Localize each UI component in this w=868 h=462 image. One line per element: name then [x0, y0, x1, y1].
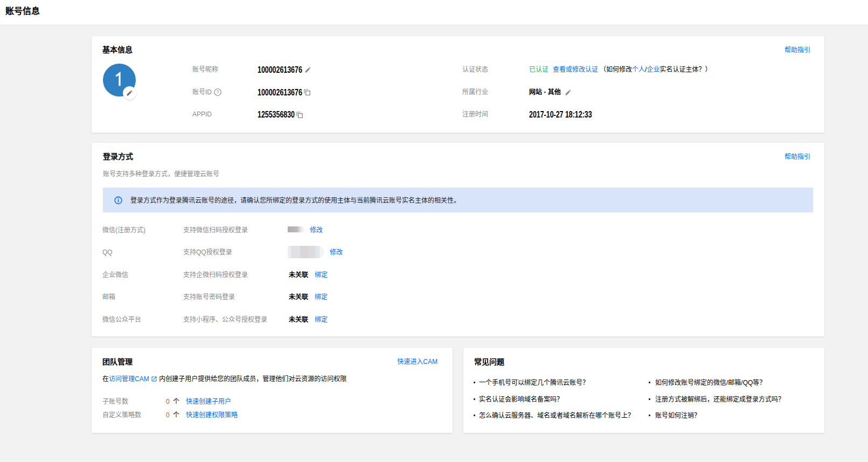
svg-text:?: ?: [217, 89, 219, 95]
